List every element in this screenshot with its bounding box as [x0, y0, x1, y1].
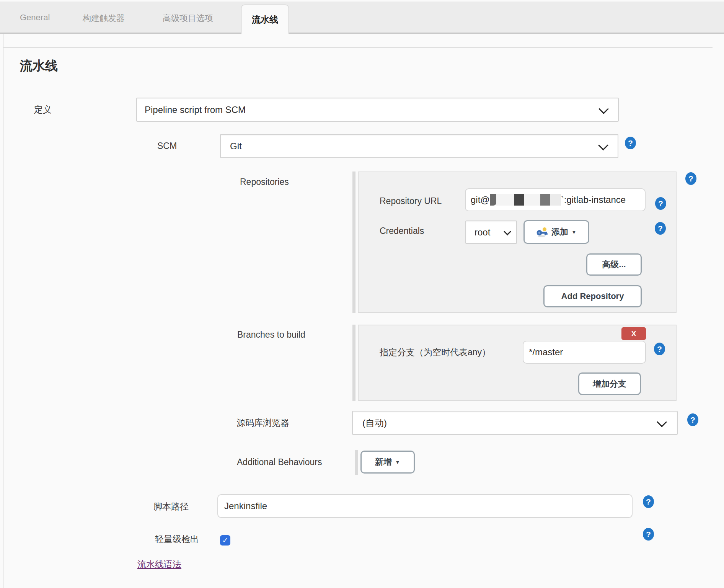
scm-select-value: Git	[230, 141, 242, 152]
repository-browser-help-icon[interactable]: ?	[687, 413, 698, 426]
repository-browser-select[interactable]: (自动)	[352, 411, 678, 435]
repository-browser-label: 源码库浏览器	[236, 417, 289, 428]
help-glyph: ?	[690, 415, 695, 425]
delete-branch-label: X	[631, 330, 636, 338]
redacted-block	[490, 194, 496, 206]
tab-bar-border	[0, 33, 724, 34]
tab-pipeline[interactable]: 流水线	[241, 5, 289, 34]
page-title: 流水线	[20, 57, 58, 75]
redacted-block	[540, 194, 550, 206]
check-icon: ✓	[222, 536, 228, 545]
credentials-label: Credentials	[380, 225, 424, 236]
repositories-help-icon[interactable]: ?	[685, 172, 696, 185]
repository-url-suffix: `:gitlab-instance	[561, 194, 626, 205]
key-icon	[536, 227, 548, 237]
caret-down-icon: ▼	[571, 229, 577, 235]
additional-behaviours-accent-bar	[355, 450, 358, 475]
redacted-block	[496, 194, 514, 206]
additional-behaviours-label: Additional Behaviours	[237, 457, 322, 467]
lightweight-checkout-help-icon[interactable]: ?	[643, 528, 654, 541]
add-credentials-label: 添加	[551, 226, 568, 238]
redacted-block	[524, 194, 540, 206]
scm-help-icon[interactable]: ?	[625, 137, 636, 149]
pipeline-config-page: General 构建触发器 高级项目选项 流水线 流水线 定义 Pipeline…	[0, 0, 724, 588]
script-path-input[interactable]: Jenkinsfile	[217, 494, 633, 518]
definition-select-value: Pipeline script from SCM	[145, 105, 246, 115]
add-credentials-button[interactable]: 添加 ▼	[523, 220, 589, 244]
repositories-label: Repositories	[240, 176, 289, 187]
repository-url-label: Repository URL	[380, 196, 442, 206]
help-glyph: ?	[688, 174, 693, 183]
lightweight-checkout-label: 轻量级检出	[155, 534, 199, 544]
repository-url-input[interactable]: git@ `:gitlab-instance	[465, 188, 646, 211]
definition-label: 定义	[34, 104, 52, 115]
redacted-block	[514, 194, 524, 206]
header-divider	[3, 47, 713, 48]
tab-pipeline-label: 流水线	[252, 14, 278, 26]
add-behaviour-button[interactable]: 新增 ▼	[360, 451, 415, 474]
credentials-help-icon[interactable]: ?	[655, 222, 666, 235]
help-glyph: ?	[658, 224, 663, 233]
repositories-accent-bar	[352, 172, 355, 313]
help-glyph: ?	[657, 345, 662, 354]
tab-advanced-options[interactable]: 高级项目选项	[163, 13, 213, 24]
help-glyph: ?	[658, 199, 663, 208]
chevron-down-icon	[504, 228, 511, 235]
chevron-down-icon	[598, 140, 608, 150]
redacted-block	[550, 194, 561, 206]
credentials-select[interactable]: root	[465, 220, 517, 244]
pipeline-syntax-link[interactable]: 流水线语法	[137, 559, 181, 570]
advanced-button[interactable]: 高级...	[586, 253, 642, 276]
advanced-button-label: 高级...	[602, 259, 626, 270]
branch-specifier-help-icon[interactable]: ?	[654, 343, 665, 355]
branches-label: Branches to build	[237, 329, 305, 340]
add-behaviour-button-label: 新增	[375, 456, 392, 468]
repository-url-prefix: git@	[471, 194, 490, 205]
repository-browser-value: (自动)	[362, 417, 387, 429]
scm-select[interactable]: Git	[220, 134, 618, 158]
help-glyph: ?	[646, 530, 651, 539]
tab-build-triggers[interactable]: 构建触发器	[83, 13, 125, 24]
caret-down-icon: ▼	[395, 459, 400, 465]
credentials-select-value: root	[475, 227, 490, 238]
branch-specifier-value: */master	[529, 347, 563, 358]
add-branch-button[interactable]: 增加分支	[578, 372, 641, 395]
repository-url-help-icon[interactable]: ?	[655, 197, 666, 210]
add-repository-button[interactable]: Add Repository	[543, 285, 642, 307]
add-branch-button-label: 增加分支	[593, 378, 626, 390]
content-left-border	[3, 34, 3, 588]
branch-specifier-input[interactable]: */master	[523, 341, 646, 364]
help-glyph: ?	[646, 497, 651, 506]
chevron-down-icon	[657, 417, 667, 427]
branches-accent-bar	[352, 325, 355, 401]
add-repository-button-label: Add Repository	[561, 291, 624, 301]
tab-general[interactable]: General	[20, 13, 50, 23]
branch-specifier-label: 指定分支（为空时代表any）	[380, 347, 491, 358]
chevron-down-icon	[598, 104, 609, 114]
delete-branch-button[interactable]: X	[621, 327, 646, 340]
scm-label: SCM	[157, 140, 177, 151]
lightweight-checkout-checkbox[interactable]: ✓	[220, 535, 230, 546]
script-path-value: Jenkinsfile	[224, 501, 267, 511]
definition-select[interactable]: Pipeline script from SCM	[136, 98, 619, 122]
script-path-help-icon[interactable]: ?	[643, 495, 654, 508]
script-path-label: 脚本路径	[153, 501, 189, 512]
help-glyph: ?	[628, 139, 633, 148]
